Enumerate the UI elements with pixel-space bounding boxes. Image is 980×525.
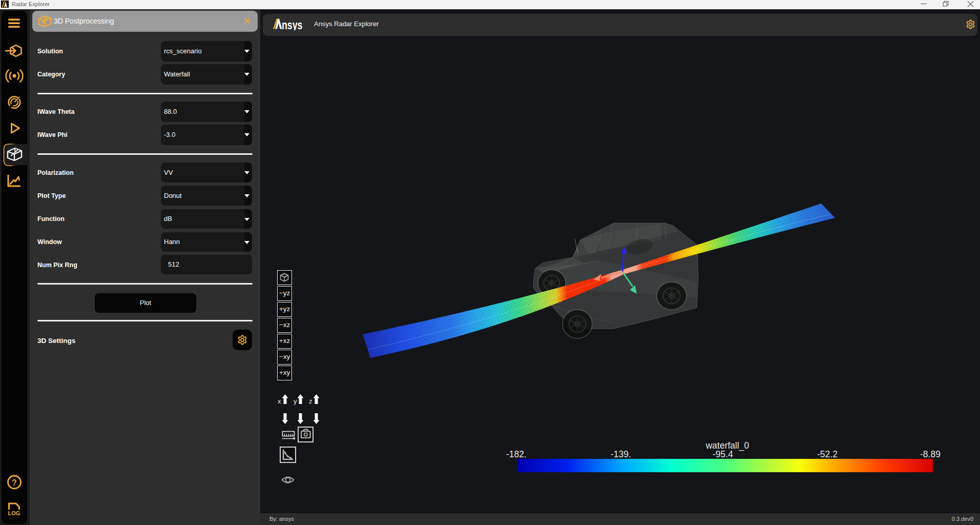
svg-text:z: z <box>309 397 312 405</box>
svg-text:?: ? <box>12 478 17 487</box>
svg-text:x: x <box>278 397 281 405</box>
svg-text:LOG: LOG <box>8 510 20 516</box>
svg-text:y: y <box>294 397 297 405</box>
